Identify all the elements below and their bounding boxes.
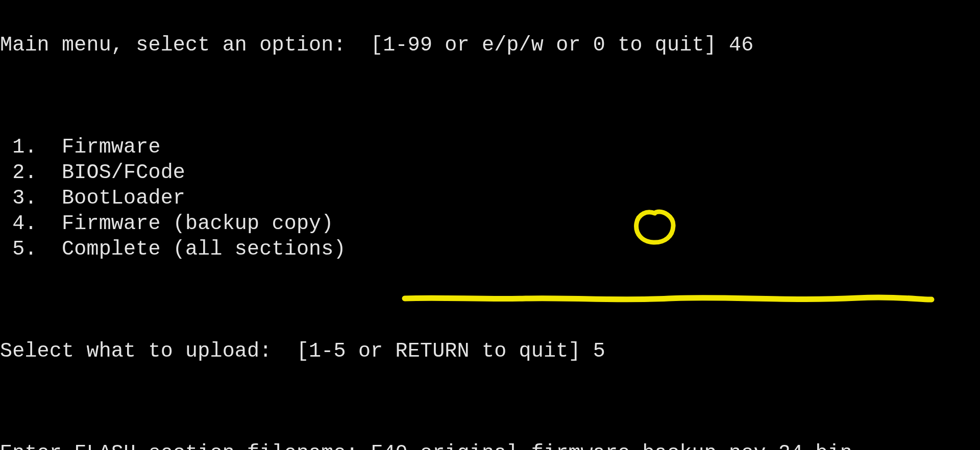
menu-item: 2. BIOS/FCode <box>0 160 980 186</box>
terminal-output: Main menu, select an option: [1-99 or e/… <box>0 0 980 450</box>
filename-prompt-line: Enter FLASH section filename: F40_origin… <box>0 441 980 450</box>
menu-item: 1. Firmware <box>0 135 980 160</box>
menu-item: 5. Complete (all sections) <box>0 237 980 262</box>
main-menu-prompt-1: Main menu, select an option: [1-99 or e/… <box>0 33 980 58</box>
menu-item: 4. Firmware (backup copy) <box>0 211 980 237</box>
blank-line <box>0 390 980 415</box>
upload-choice-input[interactable]: 5 <box>593 340 605 363</box>
filename-input[interactable]: F40_original_firmware_backup_nov_24.bin <box>371 442 852 450</box>
menu-item: 3. BootLoader <box>0 186 980 211</box>
blank-line <box>0 84 980 109</box>
upload-prompt-label: Select what to upload: [1-5 or RETURN to… <box>0 340 593 363</box>
filename-prompt-label: Enter FLASH section filename: <box>0 442 371 450</box>
upload-prompt-line: Select what to upload: [1-5 or RETURN to… <box>0 339 980 364</box>
blank-line <box>0 288 980 313</box>
